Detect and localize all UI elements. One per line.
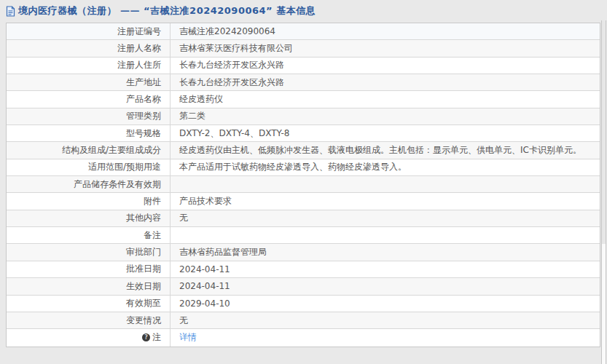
table-row: 生效日期2024-04-11 [7, 278, 600, 295]
note-icon [142, 333, 150, 341]
table-row: 适用范围/预期用途本产品适用于试敏药物经皮渗透导入、药物经皮渗透导入。 [7, 159, 600, 176]
row-value: 产品技术要求 [171, 193, 600, 209]
page-title: 境内医疗器械（注册） —— “吉械注准20242090064” 基本信息 [18, 4, 316, 17]
row-label: 型号规格 [7, 125, 171, 141]
table-row: 生产地址长春九台经济开发区永兴路 [7, 74, 600, 91]
row-label: 注册证编号 [7, 23, 171, 39]
table-row: 注册证编号吉械注准20242090064 [7, 23, 600, 40]
row-label: 审批部门 [7, 244, 171, 260]
row-label: 变更情况 [7, 312, 171, 328]
scrollbar-thumb[interactable] [602, 20, 606, 244]
row-value: 经皮透药仪由主机、低频脉冲发生器、载液电极组成。主机包括：显示单元、供电单元、I… [171, 142, 600, 158]
registration-detail-page: 境内医疗器械（注册） —— “吉械注准20242090064” 基本信息 注册证… [0, 0, 607, 364]
table-row: 产品名称经皮透药仪 [7, 91, 600, 108]
row-label: 注册人名称 [7, 40, 171, 56]
row-value: 吉林省莱沃医疗科技有限公司 [171, 40, 600, 56]
document-icon [6, 6, 15, 17]
page-header: 境内医疗器械（注册） —— “吉械注准20242090064” 基本信息 [0, 0, 607, 22]
table-row: 型号规格DXTY-2、DXTY-4、DXTY-8 [7, 125, 600, 142]
row-value: 吉林省药品监督管理局 [171, 244, 600, 260]
row-value: 2029-04-10 [171, 296, 600, 312]
table-row: 批准日期2024-04-11 [7, 261, 600, 278]
row-value: 长春九台经济开发区永兴路 [171, 58, 600, 74]
row-label: 注册人住所 [7, 58, 171, 74]
table-row: 结构及组成/主要组成成分经皮透药仪由主机、低频脉冲发生器、载液电极组成。主机包括… [7, 142, 600, 159]
table-row: 有效期至2029-04-10 [7, 296, 600, 312]
row-value: 经皮透药仪 [171, 91, 600, 107]
table-row: 注册人住所长春九台经济开发区永兴路 [7, 58, 600, 74]
table-row: 变更情况无 [7, 312, 600, 329]
row-value: 2024-04-11 [171, 278, 600, 294]
table-row: 注详情 [7, 329, 600, 346]
row-label: 产品储存条件及有效期 [7, 176, 171, 192]
row-value: 无 [171, 312, 600, 328]
vertical-scrollbar[interactable] [601, 20, 606, 364]
row-value [171, 227, 600, 243]
table-row: 审批部门吉林省药品监督管理局 [7, 244, 600, 261]
row-value: 无 [171, 210, 600, 226]
row-label: 结构及组成/主要组成成分 [7, 142, 171, 158]
registration-table: 注册证编号吉械注准20242090064注册人名称吉林省莱沃医疗科技有限公司注册… [6, 23, 600, 347]
table-row: 注册人名称吉林省莱沃医疗科技有限公司 [7, 40, 600, 57]
row-label: 生效日期 [7, 278, 171, 294]
row-label: 有效期至 [7, 296, 171, 312]
row-label: 其他内容 [7, 210, 171, 226]
row-value: 第二类 [171, 108, 600, 124]
row-value: 详情 [171, 329, 600, 346]
row-label: 备注 [7, 227, 171, 243]
table-row: 产品储存条件及有效期 [7, 176, 600, 193]
row-label: 管理类别 [7, 108, 171, 124]
row-value: 长春九台经济开发区永兴路 [171, 74, 600, 90]
row-label: 注 [7, 329, 171, 346]
detail-link[interactable]: 详情 [179, 331, 197, 344]
table-row: 其他内容无 [7, 210, 600, 227]
table-row: 管理类别第二类 [7, 108, 600, 125]
row-value: DXTY-2、DXTY-4、DXTY-8 [171, 125, 600, 141]
row-value: 2024-04-11 [171, 261, 600, 277]
table-row: 备注 [7, 227, 600, 244]
row-value: 本产品适用于试敏药物经皮渗透导入、药物经皮渗透导入。 [171, 159, 600, 175]
row-label: 批准日期 [7, 261, 171, 277]
row-value: 吉械注准20242090064 [171, 23, 600, 39]
registration-table-body: 注册证编号吉械注准20242090064注册人名称吉林省莱沃医疗科技有限公司注册… [7, 23, 600, 347]
row-label: 适用范围/预期用途 [7, 159, 171, 175]
row-value [171, 176, 600, 192]
row-label: 附件 [7, 193, 171, 209]
table-row: 附件产品技术要求 [7, 193, 600, 210]
row-label: 生产地址 [7, 74, 171, 90]
row-label: 产品名称 [7, 91, 171, 107]
